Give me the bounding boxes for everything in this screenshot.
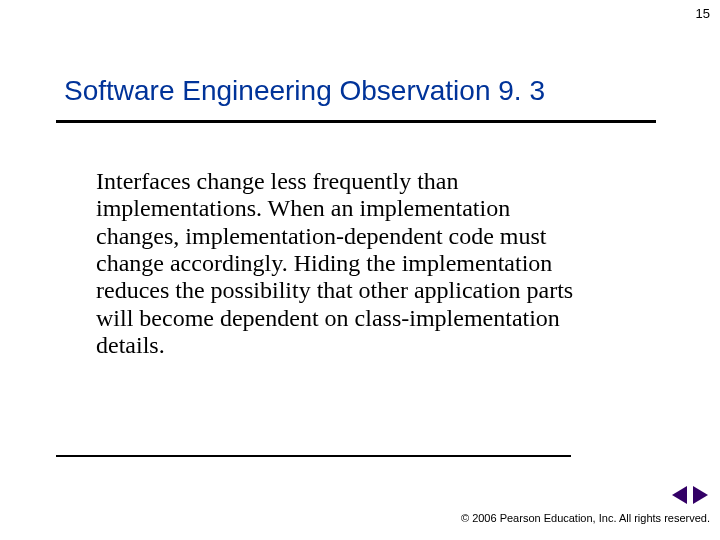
slide-nav [672, 486, 708, 504]
next-slide-icon[interactable] [693, 486, 708, 504]
bottom-divider [56, 455, 571, 457]
page-number: 15 [696, 6, 710, 21]
body-text: Interfaces change less frequently than i… [96, 168, 596, 360]
title-divider [56, 120, 656, 123]
copyright-text: © 2006 Pearson Education, Inc. All right… [461, 512, 710, 524]
prev-slide-icon[interactable] [672, 486, 687, 504]
slide-title: Software Engineering Observation 9. 3 [64, 75, 545, 107]
